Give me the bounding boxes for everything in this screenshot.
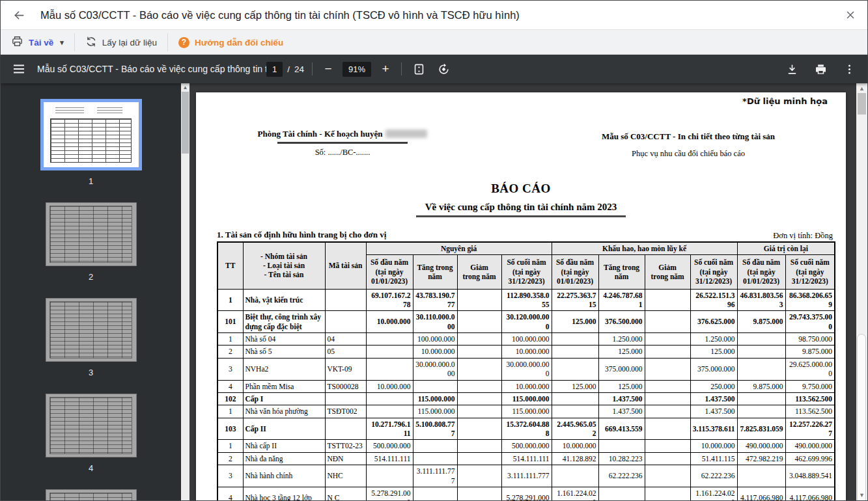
table-cell: 669.413.559 [598, 418, 645, 440]
thumbnail-table-preview [49, 397, 132, 454]
fit-page-icon[interactable] [410, 60, 428, 78]
thumbnail-item: 3 [1, 298, 181, 394]
table-cell: 1.437.500 [690, 392, 737, 405]
table-cell: 1.437.500 [598, 392, 645, 405]
header-sub: Số đầu năm (tại ngày 01/01/2023) [737, 255, 785, 289]
table-cell: 1.161.224.020 [690, 487, 737, 500]
viewer-content: 12345 ▲ *Dữ liệu minh họa Phòng Tài chín… [1, 83, 867, 500]
main-scrollbar-thumb[interactable] [858, 93, 866, 115]
table-cell [737, 358, 785, 380]
table-cell: 4 [217, 380, 243, 392]
download-report-button[interactable]: Tải về ▾ [1, 30, 74, 55]
table-cell: 30.000.000.000 [413, 358, 457, 380]
table-cell: 250.000 [690, 380, 737, 392]
table-cell [552, 358, 598, 380]
table-cell: 500.000.000 [366, 440, 413, 452]
table-cell: 1 [217, 405, 243, 418]
table-cell: 375.000.000 [598, 358, 645, 380]
table-cell: 30.110.000.000 [413, 311, 457, 333]
table-cell [366, 392, 413, 405]
section-title: 1. Tài sản cố định hữu hình trang bị cho… [217, 230, 386, 240]
refresh-icon [85, 36, 97, 49]
table-cell: 125.000 [552, 311, 598, 333]
table-cell: 62.222.236 [598, 465, 645, 487]
main-scrollbar[interactable]: ▲ ▼ [856, 83, 867, 500]
thumbnail-table-preview [49, 206, 132, 263]
sidebar-scrollbar[interactable]: ▲ [181, 83, 189, 500]
table-cell: 1 [217, 333, 243, 345]
page-thumbnail-2[interactable] [46, 202, 137, 266]
table-cell [457, 333, 501, 345]
table-cell [552, 405, 598, 418]
table-cell [457, 358, 501, 380]
reload-data-button[interactable]: Lấy lại dữ liệu [75, 30, 167, 55]
table-cell: 10.000.000 [413, 345, 457, 358]
header-name: - Nhóm tài sản - Loại tài sản - Tên tài … [243, 242, 325, 289]
table-cell [413, 487, 457, 500]
print-icon[interactable] [811, 60, 830, 78]
rotate-icon[interactable] [434, 60, 453, 78]
table-cell [325, 418, 366, 440]
table-cell: 4.246.787.681 [598, 289, 645, 311]
question-icon: ? [178, 37, 189, 48]
table-row: 3Nhà hành chínhNHC3.111.111.7773.111.111… [217, 465, 835, 487]
table-row: 102Cấp I115.000.000115.000.0001.437.5001… [217, 392, 835, 405]
zoom-out-button[interactable]: − [320, 62, 336, 76]
table-cell: 10.000.000 [501, 345, 552, 358]
table-cell: 10.000.000 [366, 311, 413, 333]
table-cell [552, 465, 598, 487]
table-cell [552, 333, 598, 345]
table-cell: 100.000.000 [501, 333, 552, 345]
table-cell: TS000028 [325, 380, 366, 392]
page-thumbnail-4[interactable] [46, 394, 137, 457]
org-underline [277, 142, 408, 144]
header-sub: Tăng trong năm [598, 255, 645, 289]
zoom-in-button[interactable]: + [378, 62, 393, 76]
header-sub: Số cuối năm (tại ngày 31/12/2023) [690, 255, 737, 289]
table-cell [325, 311, 366, 333]
more-options-icon[interactable] [840, 60, 858, 78]
sidebar-scrollbar-thumb[interactable] [182, 92, 189, 154]
app-window: Mẫu số C03/CCTT - Báo cáo về việc cung c… [0, 0, 868, 501]
table-cell: 05 [325, 345, 366, 358]
table-cell: Nhà văn hóa phường [243, 405, 325, 418]
table-row: 2Nhà đa năngNĐN514.111.111514.111.11141.… [217, 452, 835, 465]
table-cell: 102 [217, 392, 243, 405]
unit-label: Đơn vị tính: Đồng [773, 231, 833, 241]
close-icon[interactable] [845, 10, 856, 20]
back-arrow-icon[interactable] [12, 8, 26, 22]
asset-table-header: TT - Nhóm tài sản - Loại tài sản - Tên t… [217, 242, 835, 289]
table-cell: 86.368.206.659 [785, 289, 835, 311]
page-thumbnail-1[interactable] [40, 99, 142, 170]
table-cell: 46.831.803.563 [737, 289, 785, 311]
scroll-up-icon[interactable]: ▲ [181, 85, 189, 90]
table-cell: 472.982.219 [737, 452, 785, 465]
table-cell [737, 392, 785, 405]
org-number: Số: ....../BC-....... [235, 148, 450, 157]
zoom-level[interactable]: 91% [343, 62, 371, 77]
table-cell: 9.875.000 [785, 345, 835, 358]
table-cell [457, 380, 501, 392]
guide-link[interactable]: ? Hướng dẫn đối chiếu [168, 30, 294, 55]
org-block: Phòng Tài chính - Kế hoạch huyện Số: ...… [235, 129, 450, 157]
menu-icon[interactable] [10, 60, 28, 78]
overlay-scrollbar-thumb[interactable] [857, 334, 866, 500]
table-cell: 5.278.291.000 [366, 487, 413, 500]
table-cell [645, 440, 690, 452]
table-cell: 3.048.889.541 [785, 465, 835, 487]
table-cell [457, 289, 501, 311]
asset-table: TT - Nhóm tài sản - Loại tài sản - Tên t… [217, 241, 835, 500]
scroll-down-icon[interactable]: ▼ [856, 492, 867, 498]
page-thumbnail-5[interactable] [46, 489, 137, 500]
table-row: 101Biệt thự, công trình xây dựng cấp đặc… [217, 311, 835, 333]
scroll-up-icon[interactable]: ▲ [856, 85, 867, 92]
page-number-input[interactable]: 1 [266, 62, 283, 77]
table-cell: 2.445.965.052 [552, 418, 598, 440]
download-icon[interactable] [783, 60, 801, 78]
window-title: Mẫu số C03/CCTT - Báo cáo về việc cung c… [40, 9, 520, 21]
table-cell: 04 [325, 333, 366, 345]
page-thumbnail-3[interactable] [46, 298, 137, 362]
table-cell: NĐN [325, 452, 366, 465]
thumbnail-item: 1 [1, 99, 181, 202]
header-group-khau-hao: Khấu hao, hao mòn lũy kế [552, 242, 737, 255]
